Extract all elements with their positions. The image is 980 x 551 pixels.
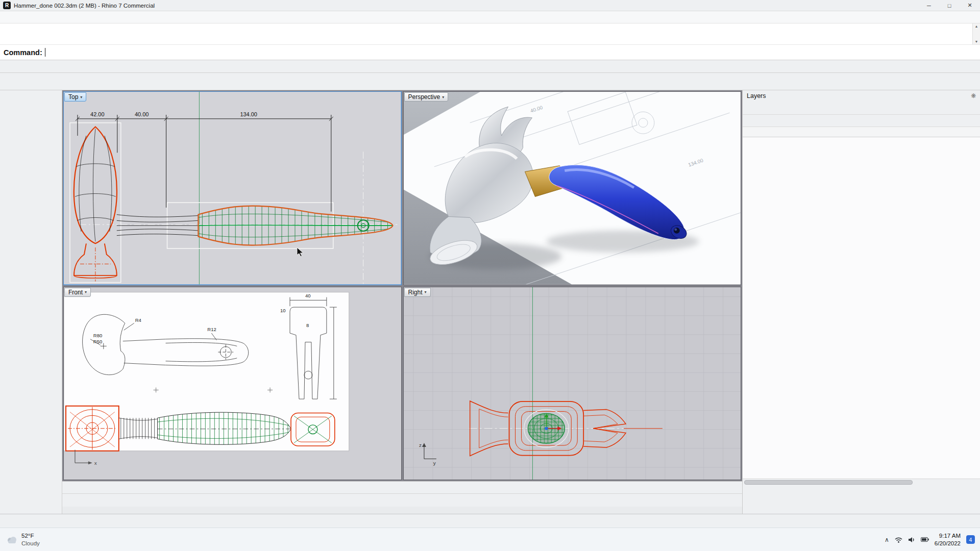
svg-text:y: y	[433, 460, 435, 466]
svg-text:40.00: 40.00	[135, 111, 149, 117]
front-viewport-canvas[interactable]: R4 R80 R50 R12 40 10 8	[64, 287, 401, 480]
layer-list	[743, 137, 980, 479]
text-cursor	[45, 48, 46, 57]
system-tray: ∧ 9:17 AM 6/20/2022 4	[885, 532, 980, 547]
weather-widget[interactable]: 52°F Cloudy	[0, 532, 46, 547]
clock[interactable]: 9:17 AM 6/20/2022	[935, 532, 961, 547]
layer-toolbar	[743, 115, 980, 127]
layers-panel-title-row: Layers ❋	[743, 90, 980, 102]
volume-icon[interactable]	[908, 537, 915, 543]
viewport-top[interactable]: 42.00 40.00 134.00	[63, 91, 402, 285]
scrollbar-thumb[interactable]	[744, 480, 913, 485]
viewport-right[interactable]: z y Right ▾	[403, 287, 742, 481]
tray-date: 6/20/2022	[935, 540, 961, 547]
tray-time: 9:17 AM	[935, 532, 961, 540]
svg-text:40: 40	[305, 293, 311, 298]
window-title: Hammer_done 002.3dm (2 MB) - Rhino 7 Com…	[14, 3, 155, 9]
svg-text:z: z	[419, 442, 421, 448]
svg-text:42.00: 42.00	[90, 111, 104, 117]
layers-panel: Layers ❋	[742, 90, 980, 514]
hidden-icons-chevron[interactable]: ∧	[885, 536, 889, 543]
svg-text:x: x	[94, 460, 97, 466]
viewport-grid: 42.00 40.00 134.00	[62, 90, 742, 481]
windows-taskbar: 52°F Cloudy ∧ 9:17 AM 6/20/2022 4	[0, 528, 980, 551]
viewport-label-right[interactable]: Right ▾	[404, 288, 431, 297]
close-button[interactable]: ✕	[960, 0, 980, 11]
bottom-gap	[62, 507, 742, 514]
title-bar: R Hammer_done 002.3dm (2 MB) - Rhino 7 C…	[0, 0, 980, 11]
chevron-down-icon: ▾	[80, 95, 82, 99]
viewport-label-text: Perspective	[408, 93, 440, 101]
command-prompt[interactable]: Command:	[0, 45, 980, 60]
maximize-button[interactable]: □	[939, 0, 960, 11]
command-prompt-label: Command:	[4, 48, 42, 57]
panel-tab-strip	[743, 102, 980, 115]
viewport-label-top[interactable]: Top ▾	[64, 92, 86, 102]
viewport-label-perspective[interactable]: Perspective ▾	[404, 92, 449, 102]
layers-panel-footer	[743, 485, 980, 514]
notification-badge[interactable]: 4	[966, 535, 975, 544]
layers-panel-title: Layers	[747, 92, 766, 99]
window-controls: ─ □ ✕	[919, 0, 980, 11]
tool-palette	[0, 90, 62, 514]
weather-temp: 52°F	[21, 532, 40, 540]
right-viewport-canvas[interactable]: z y	[404, 287, 741, 480]
minimize-button[interactable]: ─	[919, 0, 939, 11]
layers-horizontal-scrollbar[interactable]	[743, 479, 980, 485]
viewport-label-text: Top	[68, 93, 78, 101]
command-history[interactable]: ▲ ▼	[0, 23, 980, 45]
svg-text:R4: R4	[135, 318, 141, 323]
svg-text:10: 10	[280, 308, 286, 313]
perspective-viewport-canvas[interactable]: 40.00 134.00	[404, 92, 741, 285]
toolbar-tab-bar	[0, 60, 980, 73]
scroll-up-icon[interactable]: ▲	[975, 24, 978, 28]
svg-text:R50: R50	[93, 339, 102, 344]
main-toolbar	[0, 73, 980, 90]
osnap-bar	[62, 493, 742, 507]
svg-text:8: 8	[306, 323, 309, 328]
panel-gear-icon[interactable]: ❋	[971, 92, 976, 99]
svg-text:R12: R12	[207, 327, 216, 332]
viewport-area: 42.00 40.00 134.00	[62, 90, 742, 514]
cloud-icon	[6, 536, 17, 544]
svg-text:134.00: 134.00	[240, 111, 257, 117]
status-bar	[0, 514, 980, 528]
viewport-label-front[interactable]: Front ▾	[64, 288, 91, 297]
wifi-icon[interactable]	[895, 537, 902, 543]
rhino-window: R Hammer_done 002.3dm (2 MB) - Rhino 7 C…	[0, 0, 980, 551]
viewport-perspective[interactable]: 40.00 134.00	[403, 91, 742, 285]
weather-condition: Cloudy	[21, 540, 40, 547]
viewport-label-text: Front	[68, 289, 83, 296]
svg-text:R80: R80	[93, 333, 102, 338]
viewport-front[interactable]: R4 R80 R50 R12 40 10 8	[63, 287, 402, 481]
chevron-down-icon: ▾	[442, 95, 444, 99]
command-scrollbar[interactable]: ▲ ▼	[972, 23, 980, 44]
rhino-logo-icon: R	[3, 2, 11, 9]
viewport-tab-bar	[62, 481, 742, 493]
menu-bar	[0, 11, 980, 23]
battery-icon[interactable]	[921, 537, 929, 542]
viewport-label-text: Right	[408, 289, 423, 296]
layer-column-headers	[743, 127, 980, 137]
chevron-down-icon: ▾	[85, 290, 87, 294]
top-viewport-canvas[interactable]: 42.00 40.00 134.00	[64, 92, 401, 285]
scroll-down-icon[interactable]: ▼	[975, 40, 978, 43]
main-area: 42.00 40.00 134.00	[0, 90, 980, 514]
chevron-down-icon: ▾	[425, 290, 427, 294]
